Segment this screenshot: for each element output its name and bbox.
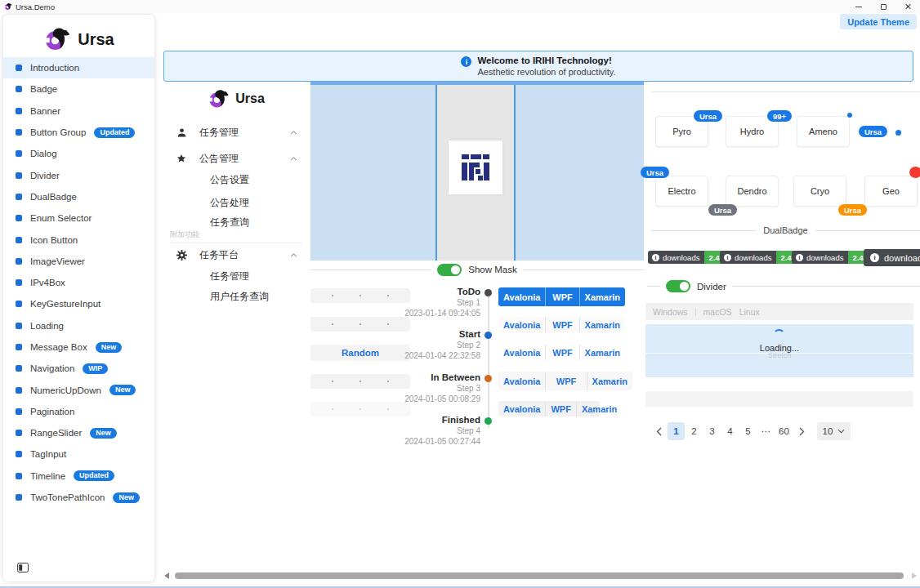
sidebar-item[interactable]: Message Box New xyxy=(3,336,154,358)
sidebar-item-label: Divider xyxy=(30,171,60,180)
page-size-select[interactable]: 10 xyxy=(817,422,851,440)
timeline-title: Start xyxy=(391,329,480,339)
sidebar-item[interactable]: Badge xyxy=(3,78,154,100)
page-button[interactable]: ⋯ xyxy=(757,422,775,440)
page-button[interactable]: 1 xyxy=(668,422,685,440)
banner-title: Welcome to IRIHI Technology! xyxy=(477,56,615,65)
timeline-dot-3 xyxy=(485,417,492,425)
update-theme-button[interactable]: Update Theme xyxy=(840,14,917,29)
minimize-icon[interactable] xyxy=(846,0,871,13)
page-button[interactable]: 4 xyxy=(721,422,739,440)
button-group-light: AvaloniaWPFXamarin xyxy=(498,317,625,332)
sidebar-item-label: Introduction xyxy=(30,63,79,73)
nav-bullet-icon xyxy=(16,473,22,479)
tab-windows[interactable]: Windows xyxy=(653,307,688,317)
sidebar-item[interactable]: Divider xyxy=(3,164,154,185)
sidebar-item[interactable]: KeyGestureInput xyxy=(3,293,154,314)
menu-subitem[interactable]: 公告设置 xyxy=(210,171,249,189)
nav-bullet-icon xyxy=(16,344,22,350)
group-button[interactable]: Xamarin xyxy=(579,287,625,306)
sidebar-item[interactable]: Button Group Updated xyxy=(3,122,154,143)
group-button[interactable]: Xamarin xyxy=(576,401,622,416)
sidebar-item[interactable]: Navigation WIP xyxy=(3,358,154,379)
timeline-step: Start Step 2 2024-01-04 22:32:58 xyxy=(391,329,480,360)
tab-linux[interactable]: Linux xyxy=(739,307,760,317)
sidebar-item[interactable]: TwoTonePathIcon New xyxy=(3,487,154,508)
sidebar-collapse-icon[interactable] xyxy=(17,563,29,572)
menu-group-announcement[interactable]: 公告管理 xyxy=(163,148,309,169)
dual-badge-label: downloads xyxy=(735,253,771,262)
spinner-icon xyxy=(773,329,785,341)
group-button[interactable]: Avalonia xyxy=(498,317,545,332)
tab-macos[interactable]: macOS xyxy=(703,307,732,317)
timeline-step: Finished Step 4 2024-01-05 00:27:44 xyxy=(391,415,480,446)
menu-subitem[interactable]: 公告处理 xyxy=(210,194,249,212)
nav-bullet-icon xyxy=(16,323,22,329)
sidebar-item-label: Badge xyxy=(30,84,57,94)
page-button[interactable]: 2 xyxy=(686,422,703,440)
divider-line xyxy=(648,286,659,287)
horizontal-scrollbar-thumb[interactable] xyxy=(175,572,904,579)
menu-subitem[interactable]: 任务管理 xyxy=(210,267,249,285)
group-button[interactable]: WPF xyxy=(545,287,578,306)
sidebar-item[interactable]: Timeline Updated xyxy=(3,466,154,487)
page-button[interactable]: 60 xyxy=(775,422,793,440)
placeholder-bar xyxy=(645,391,913,407)
close-icon[interactable] xyxy=(895,0,920,13)
sidebar-item[interactable]: DualBadge xyxy=(3,186,154,207)
info-icon: i xyxy=(796,254,803,261)
sidebar-item-label: Enum Selector xyxy=(30,213,92,223)
menu-group-task-mgmt[interactable]: 任务管理 xyxy=(163,122,309,143)
banner-subtitle: Aesthetic revolution of productivity. xyxy=(477,67,615,77)
sidebar-item[interactable]: IPv4Box xyxy=(3,272,154,293)
dualbadge-divider: DualBadge xyxy=(651,225,920,235)
show-mask-toggle[interactable] xyxy=(437,264,462,276)
divider-toggle[interactable] xyxy=(666,280,690,292)
group-button[interactable]: Xamarin xyxy=(579,317,625,332)
group-button[interactable]: Avalonia xyxy=(498,401,545,416)
next-page-icon[interactable] xyxy=(793,422,810,440)
image-viewer[interactable] xyxy=(310,82,644,261)
loading-label: Loading... xyxy=(645,343,913,353)
nav-bullet-icon xyxy=(16,172,22,179)
group-button[interactable]: WPF xyxy=(545,372,586,390)
sidebar-item[interactable]: Pagination xyxy=(3,401,154,422)
scroll-right-icon[interactable] xyxy=(912,572,917,579)
group-button[interactable]: Xamarin xyxy=(579,345,625,360)
sidebar-item[interactable]: Introduction xyxy=(3,57,154,78)
sidebar-item[interactable]: TagInput xyxy=(3,443,154,465)
sidebar-item[interactable]: Icon Button xyxy=(3,229,154,250)
star-icon xyxy=(176,154,186,163)
sidebar-item[interactable]: NumericUpDown New xyxy=(3,379,154,400)
group-button[interactable]: WPF xyxy=(545,401,575,416)
sidebar-item[interactable]: RangeSlider New xyxy=(3,422,154,443)
divider-line xyxy=(310,270,431,270)
prev-page-icon[interactable] xyxy=(650,422,667,440)
page-button[interactable]: 3 xyxy=(703,422,721,440)
window-controls xyxy=(846,0,920,13)
sidebar-item[interactable]: ImageViewer xyxy=(3,251,154,272)
titlebar: Ursa.Demo xyxy=(0,0,920,13)
menu-subitem[interactable]: 任务查询 xyxy=(210,213,249,231)
menu-group-task-platform[interactable]: 任务平台 xyxy=(163,244,309,265)
group-button[interactable]: WPF xyxy=(545,317,578,332)
nav-bullet-icon xyxy=(16,451,22,457)
maximize-icon[interactable] xyxy=(871,0,895,13)
sidebar-item[interactable]: Dialog xyxy=(3,143,154,164)
badge-pill: Ursa xyxy=(641,167,669,178)
group-button[interactable]: WPF xyxy=(545,345,578,360)
scroll-left-icon[interactable] xyxy=(164,572,169,579)
menu-subitem[interactable]: 用户任务查询 xyxy=(210,287,269,305)
group-button[interactable]: Xamarin xyxy=(587,372,632,390)
group-button[interactable]: Avalonia xyxy=(498,345,545,360)
dual-badge-label: downloads xyxy=(806,253,843,262)
timeline-dot-0 xyxy=(485,289,492,296)
sidebar-item[interactable]: Enum Selector xyxy=(3,207,154,229)
sidebar-logo-text: Ursa xyxy=(78,30,114,49)
group-button[interactable]: Avalonia xyxy=(498,287,545,306)
group-button[interactable]: Avalonia xyxy=(498,372,545,390)
divider-line xyxy=(733,286,920,287)
sidebar-item[interactable]: Loading xyxy=(3,315,154,336)
sidebar-item[interactable]: Banner xyxy=(3,100,154,122)
page-button[interactable]: 5 xyxy=(739,422,757,440)
